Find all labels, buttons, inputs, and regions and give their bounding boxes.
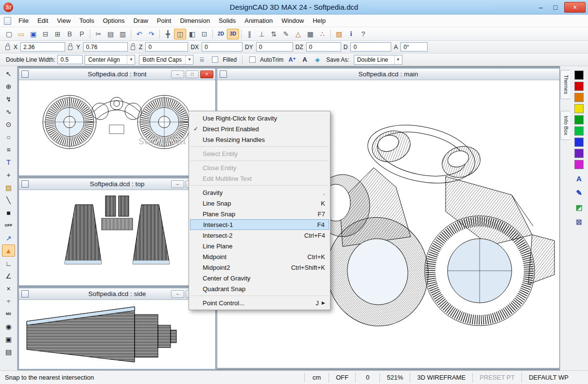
context-menu-item-gravity[interactable]: Gravity.	[189, 187, 330, 198]
pan-view-icon[interactable]: ╋	[162, 29, 174, 39]
midpoint2-snap-tool[interactable]: M2	[2, 308, 15, 320]
ortho-icon[interactable]: ⊥	[256, 29, 268, 39]
shade-view-icon[interactable]: ◧	[186, 29, 198, 39]
print-preview-icon[interactable]: ⊞	[52, 29, 64, 39]
coord-input-z[interactable]: 0	[145, 42, 188, 52]
status-cell-preset-pt[interactable]: PRESET PT	[472, 373, 521, 383]
context-menu-item-center-of-gravity[interactable]: Center of Gravity	[189, 273, 330, 283]
context-menu-item-close-entity[interactable]: Close Entity	[189, 162, 330, 173]
viewports-icon[interactable]: ◫	[174, 29, 186, 39]
lock-icon[interactable]	[68, 46, 72, 50]
filled-checkbox[interactable]	[212, 56, 218, 63]
context-menu-item-edit-multiline-text[interactable]: Edit Multiline Text	[189, 173, 330, 184]
text-style-icon[interactable]: A	[299, 55, 310, 65]
status-cell-3d-wireframe[interactable]: 3D WIREFRAME	[410, 373, 472, 383]
color-swatch[interactable]	[574, 104, 584, 113]
side-view-canvas[interactable]	[19, 300, 215, 369]
minimize-button[interactable]: –	[171, 70, 184, 78]
snap-arrow-tool[interactable]: ↗	[2, 232, 15, 244]
menu-item-tools[interactable]: Tools	[75, 15, 98, 26]
menu-item-solids[interactable]: Solids	[214, 15, 240, 26]
context-menu-item-intersect-1[interactable]: Intersect-1F4	[190, 219, 329, 230]
coord-input-dy[interactable]: 0	[256, 42, 293, 52]
minimize-button[interactable]: –	[171, 180, 184, 188]
side-tab-info-box[interactable]: Info Box	[560, 111, 570, 140]
child-titlebar[interactable]: Softpedia.dcd : main	[217, 69, 559, 80]
save-as-select[interactable]: Double Line ▼	[354, 55, 402, 65]
point-marks-icon[interactable]: ∴	[316, 29, 329, 39]
color-swatch[interactable]	[574, 82, 584, 91]
child-titlebar[interactable]: Softpedia.dcd : top – □ ×	[19, 178, 215, 190]
status-cell-cm[interactable]: cm	[304, 373, 329, 383]
context-menu-item-line-plane[interactable]: Line Plane	[189, 241, 330, 251]
context-menu-item-midpoint2[interactable]: Midpoint2Ctrl+Shift+K	[189, 262, 330, 273]
monitor-view-icon[interactable]: ⊡	[198, 29, 210, 39]
context-menu-item-point-control[interactable]: Point Control...J▶	[189, 297, 330, 308]
menu-item-help[interactable]: Help	[308, 15, 330, 26]
context-menu-item-direct-print-enabled[interactable]: ✓Direct Print Enabled	[189, 123, 330, 134]
viewport-cube-icon[interactable]: ⊠	[574, 217, 585, 227]
select-tool[interactable]: ↖	[2, 68, 15, 80]
menu-item-window[interactable]: Window	[277, 15, 308, 26]
context-help-icon[interactable]: ?	[357, 29, 369, 39]
double-line-width-input[interactable]: 0.5	[57, 55, 83, 64]
minimize-button[interactable]: –	[534, 2, 548, 13]
status-cell-0[interactable]: 0	[355, 373, 380, 383]
double-line-mode-icon[interactable]: ⌸	[196, 55, 207, 65]
new-file-icon[interactable]: ▢	[3, 29, 15, 39]
autotrim-checkbox[interactable]	[249, 56, 256, 63]
menu-item-file[interactable]: File	[14, 15, 33, 26]
info-icon[interactable]: i	[345, 29, 357, 39]
point-tool[interactable]: +	[2, 169, 15, 181]
status-cell-521-[interactable]: 521%	[380, 373, 410, 383]
line-snap-tool[interactable]: ∟	[2, 257, 15, 269]
coord-input-x[interactable]: 2.36	[20, 42, 65, 52]
context-menu-item-plane-snap[interactable]: Plane SnapF7	[189, 209, 330, 219]
status-cell-off[interactable]: OFF	[329, 373, 355, 383]
text-a-icon[interactable]: A	[574, 173, 585, 184]
context-menu-item-line-snap[interactable]: Line SnapK	[189, 198, 330, 209]
workplane-tool[interactable]: ▣	[2, 333, 15, 345]
intersect-snap-tool[interactable]: ×	[2, 282, 15, 295]
view-2d-icon[interactable]: 2D	[215, 29, 227, 39]
coord-input-d[interactable]: 0	[350, 42, 391, 52]
midpoint-snap-tool[interactable]: ÷	[2, 295, 15, 307]
redo-icon[interactable]: ↷	[145, 29, 157, 39]
iso-triangle-icon[interactable]: △	[292, 29, 304, 39]
parallel-lines-icon[interactable]: ∥	[243, 29, 256, 39]
snap-off-tool[interactable]: OFF	[2, 219, 15, 231]
lock-icon[interactable]	[131, 46, 135, 50]
color-swatch[interactable]	[574, 93, 584, 102]
context-menu-item-use-resizing-handles[interactable]: Use Resizing Handles	[189, 134, 330, 145]
ellipse-tool[interactable]: ○	[2, 131, 15, 143]
end-caps-select[interactable]: Both End Caps ▼	[139, 55, 193, 65]
color-swatch[interactable]	[574, 115, 584, 124]
context-menu-item-intersect-2[interactable]: Intersect-2Ctrl+F4	[189, 230, 330, 241]
top-view-canvas[interactable]	[19, 190, 215, 285]
cut-icon[interactable]: ✂	[92, 29, 104, 39]
context-menu-item-select-entity[interactable]: Select Entity	[189, 148, 330, 159]
coord-input-a[interactable]: 0°	[400, 42, 428, 52]
info-panel-icon[interactable]: ▧	[333, 29, 345, 39]
paste-icon[interactable]: ▥	[117, 29, 129, 39]
align-select[interactable]: Center Align ▼	[85, 55, 135, 65]
color-swatch[interactable]	[574, 70, 584, 80]
child-titlebar[interactable]: Softpedia.dcd : front – □ ×	[19, 69, 215, 80]
annotate-icon[interactable]: ✎	[574, 188, 585, 198]
menu-item-view[interactable]: View	[52, 15, 75, 26]
save-icon[interactable]: ▣	[27, 29, 39, 39]
plane-snap-tool[interactable]: ∠	[2, 270, 15, 282]
page-setup-b-icon[interactable]: B	[64, 29, 76, 39]
lock-icon[interactable]	[5, 46, 10, 50]
solid-fill-tool[interactable]: ■	[2, 207, 15, 219]
restore-button[interactable]: □	[186, 70, 199, 78]
sphere-tool[interactable]: ◉	[2, 320, 15, 332]
menu-item-animation[interactable]: Animation	[240, 15, 277, 26]
text-plus-icon[interactable]: A⁺	[287, 55, 297, 65]
coord-input-dx[interactable]: 0	[202, 42, 242, 52]
color-swatch[interactable]	[574, 149, 584, 158]
hatch-diamond-icon[interactable]: ◈	[312, 55, 323, 65]
spline-tool[interactable]: ∿	[2, 105, 15, 118]
gravity-snap-tool[interactable]: ▲	[2, 244, 15, 257]
status-cell-default-wp[interactable]: DEFAULT WP	[521, 373, 575, 383]
